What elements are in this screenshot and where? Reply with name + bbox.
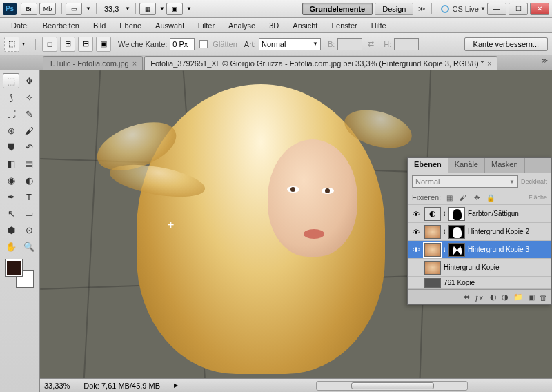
workspace-essentials[interactable]: Grundelemente (302, 3, 373, 15)
menu-analyse[interactable]: Analyse (223, 20, 261, 31)
close-tab-icon[interactable]: × (487, 59, 491, 68)
close-button[interactable]: ✕ (530, 3, 549, 15)
feather-input[interactable] (170, 38, 195, 50)
tab-overflow-icon[interactable]: ≫ (542, 57, 548, 64)
menu-file[interactable]: Datei (6, 20, 34, 31)
eyedropper-tool[interactable]: ✎ (21, 106, 37, 121)
folder-icon[interactable]: 📁 (513, 293, 523, 302)
layer-mask-thumb[interactable] (448, 225, 465, 239)
layer-mask-thumb[interactable] (448, 207, 465, 221)
layer-row[interactable]: 👁 ⁞ Hintergrund Kopie 2 (408, 223, 551, 241)
layer-thumb-adjustment[interactable]: ◐ (424, 207, 441, 221)
layer-row[interactable]: Hintergrund Kopie (408, 259, 551, 277)
delete-icon[interactable]: 🗑 (540, 293, 547, 302)
scrollbar-thumb[interactable] (351, 382, 434, 389)
move-tool[interactable]: ✥ (21, 73, 37, 88)
close-tab-icon[interactable]: × (132, 59, 137, 68)
selection-new-icon[interactable]: □ (42, 37, 57, 52)
workspace-design[interactable]: Design (375, 3, 413, 15)
blur-tool[interactable]: ◉ (3, 173, 19, 188)
visibility-icon[interactable]: 👁 (411, 246, 422, 254)
menu-view[interactable]: Ansicht (287, 20, 323, 31)
layer-row[interactable]: 761 Kopie (408, 277, 551, 289)
bridge-button[interactable]: Br (21, 3, 37, 15)
refine-edge-button[interactable]: Kante verbessern... (464, 37, 548, 51)
lasso-tool[interactable]: ⟆ (3, 90, 19, 105)
screen-button[interactable]: ▣ (166, 3, 183, 15)
chevron-down-icon[interactable]: ▼ (124, 6, 132, 12)
gradient-tool[interactable]: ▤ (21, 156, 37, 171)
brush-tool[interactable]: 🖌 (21, 123, 37, 138)
menu-image[interactable]: Bild (88, 20, 111, 31)
hand-tool[interactable]: ✋ (3, 239, 19, 254)
chevron-right-icon[interactable]: ▶ (174, 382, 178, 389)
blend-mode-select[interactable]: Normal ▼ (412, 175, 518, 188)
layer-row-selected[interactable]: 👁 ⁞ Hintergrund Kopie 3 (408, 241, 551, 259)
menu-3d[interactable]: 3D (264, 20, 284, 31)
layer-name[interactable]: Hintergrund Kopie 2 (468, 228, 529, 235)
camera-tool[interactable]: ⊙ (21, 222, 37, 237)
lock-all-icon[interactable]: 🔒 (485, 193, 496, 202)
mask-icon[interactable]: ◐ (490, 293, 497, 302)
style-select[interactable]: Normal ▼ (259, 38, 321, 50)
menu-edit[interactable]: Bearbeiten (37, 20, 85, 31)
layer-name[interactable]: Farbton/Sättigun (468, 210, 519, 217)
fx-icon[interactable]: ƒx. (475, 293, 485, 302)
screen-mode-button[interactable]: ▭ (66, 3, 82, 15)
arrange-docs-button[interactable]: ▦ (139, 3, 156, 15)
marquee-tool-icon[interactable]: ⬚ (4, 37, 19, 52)
expand-icon[interactable]: ≫ (418, 5, 425, 12)
marquee-tool[interactable]: ⬚ (3, 73, 19, 88)
history-brush-tool[interactable]: ↶ (21, 139, 37, 155)
crop-tool[interactable]: ⛶ (3, 106, 19, 121)
status-zoom[interactable]: 33,33% (44, 382, 70, 390)
path-tool[interactable]: ↖ (3, 206, 19, 221)
adjustment-icon[interactable]: ◑ (502, 293, 509, 302)
shape-tool[interactable]: ▭ (21, 206, 37, 221)
menu-filter[interactable]: Filter (193, 20, 220, 31)
panel-tab-channels[interactable]: Kanäle (448, 158, 485, 173)
minimize-button[interactable]: — (487, 3, 506, 15)
layer-thumb[interactable] (424, 261, 441, 275)
lock-pixels-icon[interactable]: 🖌 (457, 193, 469, 202)
foreground-swatch[interactable] (6, 259, 22, 276)
selection-add-icon[interactable]: ⊞ (60, 37, 75, 52)
selection-subtract-icon[interactable]: ⊟ (78, 37, 93, 52)
layer-thumb[interactable] (424, 278, 441, 288)
zoom-value[interactable]: 33,3 (100, 4, 124, 14)
panel-tab-masks[interactable]: Masken (485, 158, 525, 173)
chevron-down-icon[interactable]: ▼ (84, 6, 92, 12)
heal-tool[interactable]: ⊛ (3, 123, 19, 138)
selection-intersect-icon[interactable]: ▣ (96, 37, 111, 52)
horizontal-scrollbar[interactable] (316, 381, 468, 391)
menu-select[interactable]: Auswahl (150, 20, 190, 31)
lock-position-icon[interactable]: ✥ (471, 193, 482, 202)
layer-name[interactable]: Hintergrund Kopie (444, 264, 500, 271)
layer-name[interactable]: Hintergrund Kopie 3 (468, 246, 529, 253)
dodge-tool[interactable]: ◐ (21, 173, 37, 188)
menu-window[interactable]: Fenster (326, 20, 362, 31)
zoom-tool[interactable]: 🔍 (21, 239, 37, 254)
lock-transparency-icon[interactable]: ▦ (444, 193, 455, 202)
chevron-down-icon[interactable]: ▼ (158, 6, 166, 12)
color-swatches[interactable] (6, 259, 33, 287)
layer-thumb[interactable] (424, 243, 441, 257)
3d-tool[interactable]: ⬢ (3, 222, 19, 237)
type-tool[interactable]: T (21, 189, 37, 204)
layer-mask-thumb[interactable] (448, 243, 465, 257)
panel-tab-layers[interactable]: Ebenen (408, 158, 448, 173)
wand-tool[interactable]: ✧ (21, 90, 37, 105)
layer-thumb[interactable] (424, 225, 441, 239)
status-doc-size[interactable]: Dok: 7,61 MB/45,9 MB (83, 382, 160, 390)
document-tab-active[interactable]: Fotolia_3792651_XL © Giorgio Gruizza - F… (144, 56, 497, 70)
maximize-button[interactable]: ☐ (509, 3, 528, 15)
stamp-tool[interactable]: ⛊ (3, 139, 19, 155)
minibridge-button[interactable]: Mb (39, 3, 56, 15)
new-layer-icon[interactable]: ▣ (528, 293, 535, 302)
menu-layer[interactable]: Ebene (114, 20, 147, 31)
pen-tool[interactable]: ✒ (3, 189, 19, 204)
visibility-icon[interactable]: 👁 (411, 210, 422, 218)
layer-row[interactable]: 👁 ◐ ⁞ Farbton/Sättigun (408, 205, 551, 223)
layer-name[interactable]: 761 Kopie (444, 279, 475, 286)
link-layers-icon[interactable]: ⇔ (464, 293, 470, 302)
